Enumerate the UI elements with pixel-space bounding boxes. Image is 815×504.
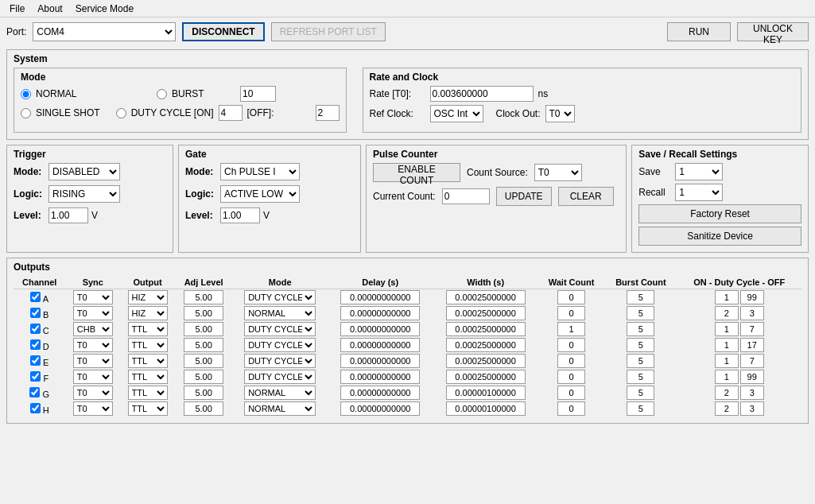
channel-checkbox-B[interactable] [30, 308, 41, 318]
off-H[interactable] [740, 401, 764, 416]
output-select-F[interactable]: HIZTTLCMOS [128, 370, 168, 384]
mode-select-D[interactable]: NORMALDUTY CYCLEBURSTSINGLE SHOT [244, 338, 316, 352]
sync-select-A[interactable]: T0T1CHBCHC [73, 290, 113, 304]
width-G[interactable] [446, 386, 526, 400]
off-E[interactable] [740, 354, 764, 368]
mode-select-F[interactable]: NORMALDUTY CYCLEBURSTSINGLE SHOT [244, 370, 316, 384]
burst-B[interactable] [627, 306, 654, 320]
adj-level-D[interactable] [184, 338, 223, 352]
delay-E[interactable] [340, 354, 420, 368]
burst-E[interactable] [627, 354, 654, 368]
mode-select-B[interactable]: NORMALDUTY CYCLEBURSTSINGLE SHOT [244, 306, 316, 320]
on-D[interactable] [715, 338, 739, 352]
sync-select-D[interactable]: T0T1CHBCHC [73, 338, 113, 352]
update-button[interactable]: UPDATE [496, 187, 552, 206]
burst-radio[interactable] [157, 89, 167, 99]
sync-select-C[interactable]: T0T1CHBCHC [73, 322, 113, 336]
output-select-C[interactable]: HIZTTLCMOS [128, 322, 168, 336]
factory-reset-button[interactable]: Factory Reset [638, 204, 801, 223]
menu-service-mode[interactable]: Service Mode [69, 2, 140, 16]
sync-select-F[interactable]: T0T1CHBCHC [73, 370, 113, 384]
trigger-mode-select[interactable]: DISABLED ENABLED [49, 163, 120, 180]
output-select-D[interactable]: HIZTTLCMOS [128, 338, 168, 352]
wait-G[interactable] [557, 386, 585, 400]
output-select-A[interactable]: HIZTTLCMOS [128, 290, 168, 304]
count-source-select[interactable]: T0 T1 T2 [534, 164, 582, 181]
refresh-button[interactable]: REFRESH PORT LIST [271, 22, 386, 41]
delay-A[interactable] [340, 290, 420, 304]
duty-radio[interactable] [116, 108, 126, 118]
adj-level-G[interactable] [184, 386, 223, 400]
width-A[interactable] [446, 290, 526, 304]
output-select-E[interactable]: HIZTTLCMOS [128, 354, 168, 368]
refclock-select[interactable]: OSC Int External [430, 105, 483, 122]
menu-file[interactable]: File [3, 2, 31, 16]
on-C[interactable] [715, 322, 739, 336]
mode-select-A[interactable]: NORMALDUTY CYCLEBURSTSINGLE SHOT [244, 290, 316, 304]
trigger-logic-select[interactable]: RISING FALLING [49, 185, 120, 203]
on-F[interactable] [715, 370, 739, 384]
duty-on-value[interactable] [219, 105, 243, 121]
single-radio[interactable] [21, 108, 31, 118]
mode-select-H[interactable]: NORMALDUTY CYCLEBURSTSINGLE SHOT [244, 401, 316, 416]
off-F[interactable] [740, 370, 764, 384]
wait-B[interactable] [557, 306, 585, 320]
output-select-H[interactable]: HIZTTLCMOS [128, 401, 168, 416]
current-count-input[interactable] [442, 188, 490, 204]
delay-F[interactable] [340, 370, 420, 384]
mode-select-C[interactable]: NORMALDUTY CYCLEBURSTSINGLE SHOT [244, 322, 316, 336]
disconnect-button[interactable]: DISCONNECT [182, 22, 264, 41]
burst-A[interactable] [627, 290, 654, 304]
width-B[interactable] [446, 306, 526, 320]
adj-level-E[interactable] [184, 354, 223, 368]
channel-checkbox-A[interactable] [30, 292, 41, 302]
off-D[interactable] [740, 338, 764, 352]
width-H[interactable] [446, 401, 526, 416]
off-B[interactable] [740, 306, 764, 320]
on-E[interactable] [715, 354, 739, 368]
off-G[interactable] [740, 386, 764, 400]
unlock-key-button[interactable]: UNLOCK KEY [737, 22, 809, 41]
port-select[interactable]: COM4 [33, 22, 176, 41]
wait-A[interactable] [557, 290, 585, 304]
menu-about[interactable]: About [31, 2, 68, 16]
delay-B[interactable] [340, 306, 420, 320]
gate-logic-select[interactable]: ACTIVE LOW ACTIVE HIGH [220, 185, 300, 203]
adj-level-H[interactable] [184, 401, 223, 416]
sanitize-device-button[interactable]: Sanitize Device [638, 227, 801, 246]
channel-checkbox-F[interactable] [30, 371, 41, 382]
adj-level-C[interactable] [184, 322, 223, 336]
adj-level-F[interactable] [184, 370, 223, 384]
delay-H[interactable] [340, 401, 420, 416]
on-A[interactable] [715, 290, 739, 304]
width-D[interactable] [446, 338, 526, 352]
clock-out-select[interactable]: T0 T1 T2 [545, 105, 575, 122]
width-E[interactable] [446, 354, 526, 368]
wait-H[interactable] [557, 401, 585, 416]
width-F[interactable] [446, 370, 526, 384]
enable-count-button[interactable]: ENABLE COUNT [373, 163, 460, 182]
on-G[interactable] [715, 386, 739, 400]
run-button[interactable]: RUN [667, 22, 731, 41]
trigger-level-input[interactable] [49, 207, 88, 223]
delay-C[interactable] [340, 322, 420, 336]
width-C[interactable] [446, 322, 526, 336]
channel-checkbox-E[interactable] [30, 355, 41, 366]
output-select-G[interactable]: HIZTTLCMOS [128, 386, 168, 400]
burst-H[interactable] [627, 401, 654, 416]
normal-radio[interactable] [21, 89, 31, 99]
channel-checkbox-G[interactable] [29, 387, 40, 397]
burst-G[interactable] [627, 386, 654, 400]
sync-select-H[interactable]: T0T1CHBCHC [73, 401, 113, 416]
sync-select-G[interactable]: T0T1CHBCHC [73, 386, 113, 400]
burst-F[interactable] [627, 370, 654, 384]
channel-checkbox-H[interactable] [30, 403, 41, 413]
save-select[interactable]: 12345 [675, 163, 723, 180]
mode-select-G[interactable]: NORMALDUTY CYCLEBURSTSINGLE SHOT [244, 386, 316, 400]
mode-select-E[interactable]: NORMALDUTY CYCLEBURSTSINGLE SHOT [244, 354, 316, 368]
rate-value-input[interactable] [430, 86, 534, 102]
burst-value[interactable] [240, 86, 276, 102]
on-H[interactable] [715, 401, 739, 416]
adj-level-B[interactable] [184, 306, 223, 320]
wait-D[interactable] [557, 338, 585, 352]
